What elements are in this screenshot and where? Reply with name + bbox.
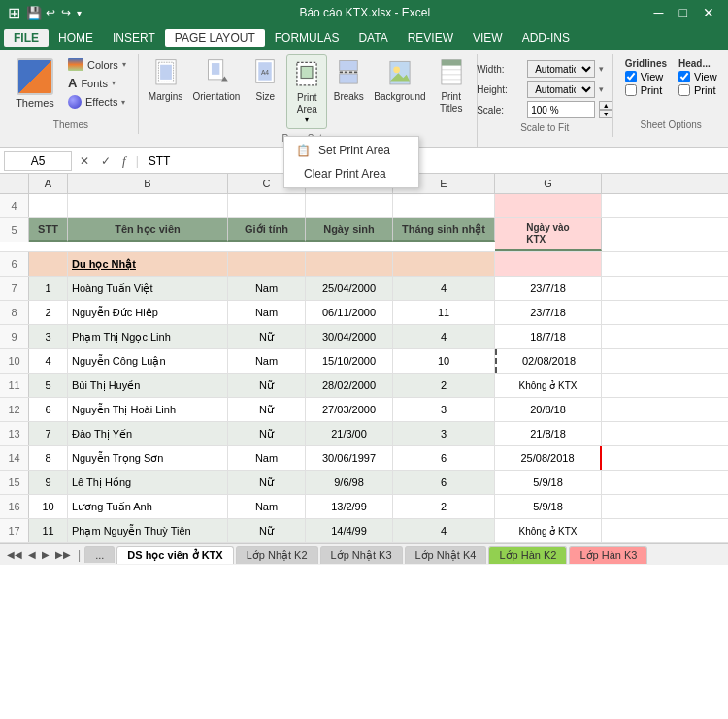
cell-g5[interactable]: Ngày vàoKTX [495,218,602,251]
cell-e13[interactable]: 3 [393,422,495,445]
cell-b12[interactable]: Nguyễn Thị Hoài Linh [68,398,228,421]
cell-b11[interactable]: Bùi Thị Huyền [68,374,228,397]
cell-a16[interactable]: 10 [29,495,68,518]
cell-a13[interactable]: 7 [29,422,68,445]
cancel-formula-btn[interactable]: ✕ [76,154,93,168]
cell-a4[interactable] [29,194,68,217]
cell-a9[interactable]: 3 [29,325,68,348]
cell-a14[interactable]: 8 [29,446,68,470]
width-select[interactable]: Automatic [527,60,595,78]
cell-e11[interactable]: 2 [393,374,495,397]
cell-e17[interactable]: 4 [393,519,495,542]
file-menu[interactable]: FILE [4,29,49,47]
cell-c7[interactable]: Nam [228,277,306,300]
margins-button[interactable]: Margins [145,54,187,107]
minimize-btn[interactable]: ─ [648,5,670,20]
review-menu[interactable]: REVIEW [398,29,463,47]
view-headings-cb[interactable] [678,71,690,82]
formula-input[interactable] [145,151,724,171]
cell-c8[interactable]: Nam [228,301,306,324]
maximize-btn[interactable]: □ [674,5,693,20]
cell-c13[interactable]: Nữ [228,422,306,445]
undo-icon[interactable]: ↩ [46,6,55,19]
redo-icon[interactable]: ↪ [61,6,71,19]
cell-e9[interactable]: 4 [393,325,495,348]
cell-c4[interactable] [228,194,306,217]
cell-b6[interactable]: Du học Nhật [68,252,228,276]
print-area-button[interactable]: PrintArea ▾ [286,54,327,129]
cell-g16[interactable]: 5/9/18 [495,495,602,518]
cell-e7[interactable]: 4 [393,277,495,300]
cell-d6[interactable] [306,252,393,276]
cell-b14[interactable]: Nguyễn Trọng Sơn [68,446,228,470]
tab-nav-last[interactable]: ▶▶ [52,549,74,560]
tab-lop-han-k2[interactable]: Lớp Hàn K2 [488,546,567,564]
orientation-button[interactable]: Orientation [188,54,244,107]
scale-down-btn[interactable]: ▼ [599,110,612,118]
cell-c14[interactable]: Nam [228,446,306,470]
tab-nav-prev[interactable]: ◀ [25,549,39,560]
themes-button[interactable]: Themes [10,54,60,113]
accept-formula-btn[interactable]: ✓ [97,154,115,168]
cell-a10[interactable]: 4 [29,349,68,373]
insert-function-btn[interactable]: f [118,153,130,169]
cell-e6[interactable] [393,252,495,276]
cell-e15[interactable]: 6 [393,471,495,494]
cell-a17[interactable]: 11 [29,519,68,542]
col-header-a[interactable]: A [29,174,68,193]
print-headings-cb[interactable] [678,84,690,96]
cell-d13[interactable]: 21/3/00 [306,422,393,445]
cell-c16[interactable]: Nam [228,495,306,518]
effects-button[interactable]: Effects ▾ [62,93,132,111]
background-button[interactable]: Background [370,54,429,107]
cell-d14[interactable]: 30/06/1997 [306,446,393,470]
cell-g4[interactable] [495,194,602,217]
cell-d12[interactable]: 27/03/2000 [306,398,393,421]
cell-c6[interactable] [228,252,306,276]
cell-a15[interactable]: 9 [29,471,68,494]
cell-g14[interactable]: 25/08/2018 [495,446,602,470]
view-menu[interactable]: VIEW [463,29,513,47]
height-select[interactable]: Automatic [527,81,595,98]
view-gridlines-cb[interactable] [625,71,637,82]
cell-d10[interactable]: 15/10/2000 [306,349,393,373]
cell-g6[interactable] [495,252,602,276]
size-button[interactable]: A4 Size [246,54,284,107]
cell-c9[interactable]: Nữ [228,325,306,348]
cell-g12[interactable]: 20/8/18 [495,398,602,421]
cell-g7[interactable]: 23/7/18 [495,277,602,300]
cell-c11[interactable]: Nữ [228,374,306,397]
cell-b15[interactable]: Lê Thị Hồng [68,471,228,494]
cell-d5[interactable]: Ngày sinh [306,218,393,242]
cell-a8[interactable]: 2 [29,301,68,324]
cell-b13[interactable]: Đào Thị Yến [68,422,228,445]
fonts-button[interactable]: A Fonts ▾ [62,74,132,92]
col-header-g[interactable]: G [495,174,602,193]
cell-e12[interactable]: 3 [393,398,495,421]
cell-d17[interactable]: 14/4/99 [306,519,393,542]
tab-lop-nhat-k3[interactable]: Lớp Nhật K3 [320,546,403,564]
add-ins-menu[interactable]: ADD-INS [513,29,579,47]
name-box[interactable] [4,151,72,171]
cell-d15[interactable]: 9/6/98 [306,471,393,494]
cell-b9[interactable]: Phạm Thị Ngọc Linh [68,325,228,348]
cell-d4[interactable] [306,194,393,217]
cell-d7[interactable]: 25/04/2000 [306,277,393,300]
tab-lop-nhat-k4[interactable]: Lớp Nhật K4 [405,546,487,564]
cell-g8[interactable]: 23/7/18 [495,301,602,324]
cell-b7[interactable]: Hoàng Tuấn Việt [68,277,228,300]
cell-b5[interactable]: Tên học viên [68,218,228,242]
print-gridlines-cb[interactable] [625,84,637,96]
tab-ellipsis[interactable]: ... [84,546,115,563]
set-print-area-item[interactable]: 📋 Set Print Area [284,139,418,162]
cell-b16[interactable]: Lương Tuấn Anh [68,495,228,518]
formulas-menu[interactable]: FORMULAS [265,29,349,47]
cell-c17[interactable]: Nữ [228,519,306,542]
cell-e4[interactable] [393,194,495,217]
close-btn[interactable]: ✕ [697,5,720,20]
cell-g10[interactable]: 02/08/2018 [495,349,602,373]
home-menu[interactable]: HOME [49,29,103,47]
colors-button[interactable]: Colors ▾ [62,56,132,73]
cell-d16[interactable]: 13/2/99 [306,495,393,518]
cell-b4[interactable] [68,194,228,217]
